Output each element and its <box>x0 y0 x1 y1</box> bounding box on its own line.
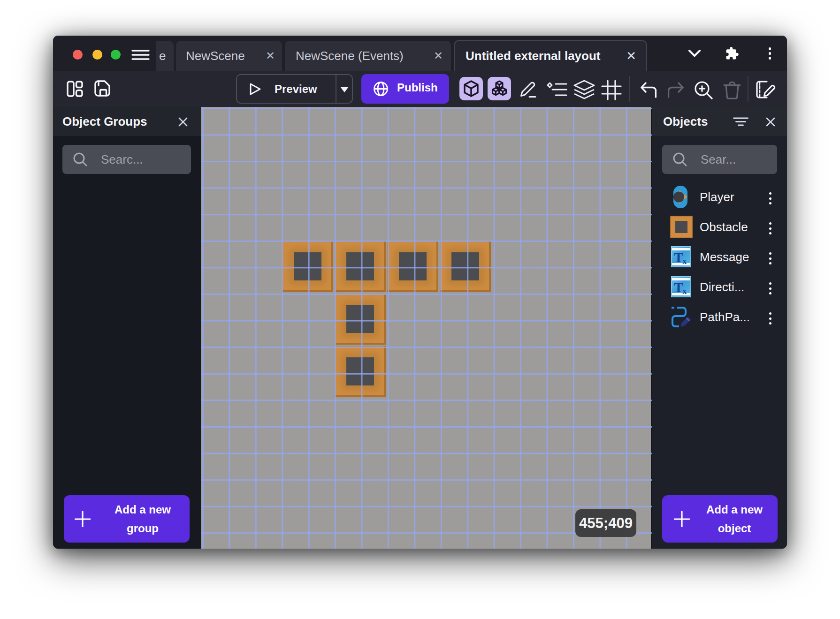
svg-text:x: x <box>682 286 687 296</box>
svg-text:T: T <box>674 249 683 265</box>
svg-text:x: x <box>682 256 687 266</box>
svg-text:T: T <box>674 279 683 295</box>
